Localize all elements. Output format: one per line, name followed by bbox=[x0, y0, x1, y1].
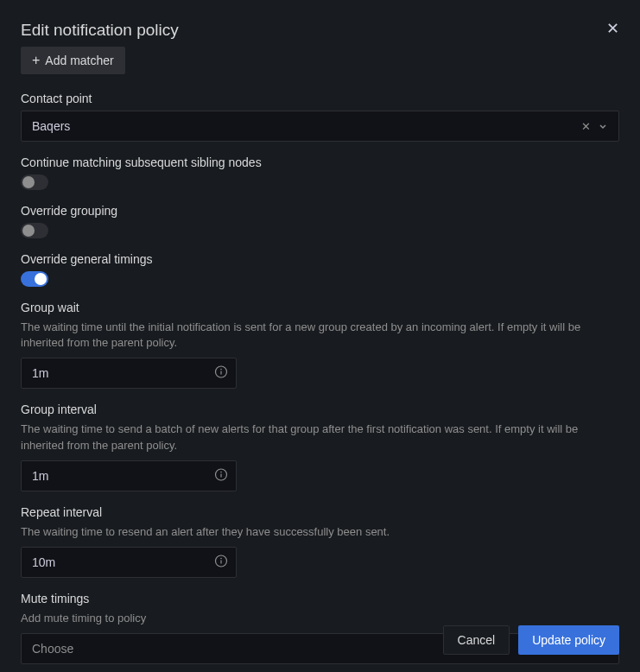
cancel-button[interactable]: Cancel bbox=[443, 625, 510, 655]
repeat-interval-description: The waiting time to resend an alert afte… bbox=[21, 524, 619, 540]
continue-matching-field: Continue matching subsequent sibling nod… bbox=[21, 155, 619, 190]
override-timings-label: Override general timings bbox=[21, 252, 619, 266]
contact-point-field: Contact point Baqers ✕ bbox=[21, 92, 619, 142]
continue-matching-label: Continue matching subsequent sibling nod… bbox=[21, 155, 619, 169]
mute-timings-description: Add mute timing to policy bbox=[21, 611, 619, 626]
chevron-down-icon[interactable] bbox=[598, 121, 608, 131]
modal-title: Edit notification policy bbox=[21, 21, 179, 40]
mute-timings-label: Mute timings bbox=[21, 592, 619, 605]
contact-point-value: Baqers bbox=[32, 119, 581, 133]
plus-icon: + bbox=[32, 53, 40, 68]
repeat-interval-field: Repeat interval The waiting time to rese… bbox=[21, 505, 619, 578]
add-matcher-label: Add matcher bbox=[45, 54, 113, 67]
svg-point-7 bbox=[220, 558, 222, 560]
continue-matching-toggle[interactable] bbox=[21, 174, 48, 190]
override-timings-field: Override general timings bbox=[21, 252, 619, 287]
group-interval-description: The waiting time to send a batch of new … bbox=[21, 422, 619, 453]
contact-point-label: Contact point bbox=[21, 92, 619, 105]
svg-point-4 bbox=[220, 471, 222, 472]
group-wait-input[interactable] bbox=[21, 358, 237, 389]
update-policy-button[interactable]: Update policy bbox=[518, 625, 619, 655]
svg-rect-5 bbox=[220, 473, 221, 477]
group-interval-label: Group interval bbox=[21, 403, 619, 416]
toggle-knob bbox=[35, 273, 47, 285]
svg-point-1 bbox=[220, 369, 222, 371]
modal-header: Edit notification policy ✕ bbox=[21, 21, 619, 40]
toggle-knob bbox=[22, 176, 35, 188]
override-grouping-field: Override grouping bbox=[21, 204, 619, 238]
svg-rect-2 bbox=[220, 371, 221, 375]
info-icon[interactable] bbox=[214, 365, 228, 382]
edit-policy-modal: Edit notification policy ✕ + Add matcher… bbox=[0, 0, 640, 672]
group-wait-label: Group wait bbox=[21, 301, 619, 314]
override-timings-toggle[interactable] bbox=[21, 271, 48, 287]
info-icon[interactable] bbox=[214, 467, 228, 484]
close-button[interactable]: ✕ bbox=[606, 21, 619, 36]
group-wait-field: Group wait The waiting time until the in… bbox=[21, 301, 619, 389]
group-interval-field: Group interval The waiting time to send … bbox=[21, 403, 619, 491]
modal-footer: Cancel Update policy bbox=[443, 625, 619, 655]
repeat-interval-input[interactable] bbox=[21, 547, 237, 578]
toggle-knob bbox=[22, 225, 35, 237]
group-wait-description: The waiting time until the initial notif… bbox=[21, 320, 619, 351]
close-icon: ✕ bbox=[606, 20, 619, 37]
group-interval-input[interactable] bbox=[21, 460, 237, 491]
add-matcher-button[interactable]: + Add matcher bbox=[21, 47, 125, 74]
repeat-interval-label: Repeat interval bbox=[21, 505, 619, 519]
info-icon[interactable] bbox=[214, 554, 228, 570]
override-grouping-label: Override grouping bbox=[21, 204, 619, 218]
svg-rect-8 bbox=[220, 560, 221, 563]
override-grouping-toggle[interactable] bbox=[21, 223, 48, 238]
clear-icon[interactable]: ✕ bbox=[581, 120, 591, 133]
contact-point-select[interactable]: Baqers ✕ bbox=[21, 111, 619, 142]
